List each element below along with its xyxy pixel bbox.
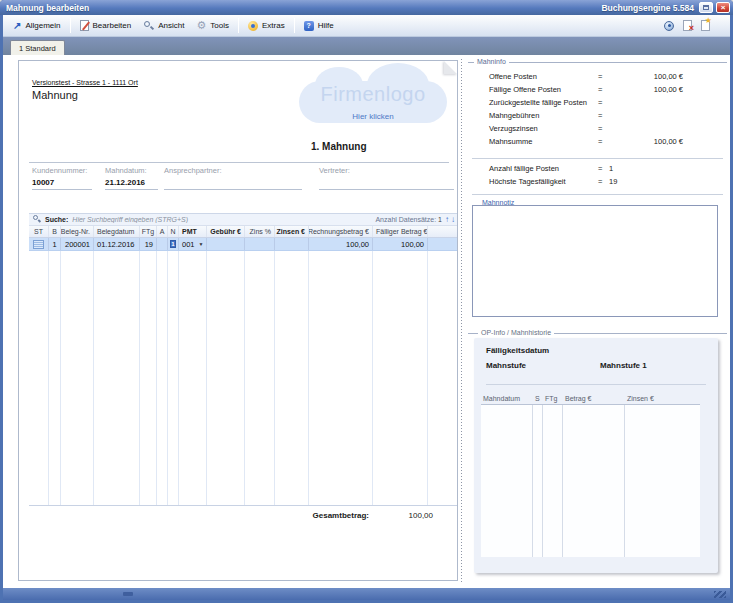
cell-zins-prozent xyxy=(245,238,275,250)
mahninfo-value: 100,00 € xyxy=(654,85,683,94)
toolbar-label-hilfe: Hilfe xyxy=(318,21,334,30)
restore-icon xyxy=(703,5,709,10)
mahninfo-separator xyxy=(472,158,723,159)
gear-icon: ⚙ xyxy=(196,20,206,31)
toolbar-button-ansicht[interactable]: Ansicht xyxy=(137,17,190,35)
cell-gebuehr[interactable] xyxy=(207,238,245,250)
column-header-st[interactable]: ST xyxy=(29,226,49,237)
toolbar-button-bearbeiten[interactable]: Bearbeiten xyxy=(74,17,138,35)
logo-click-hint[interactable]: Hier klicken xyxy=(291,112,455,121)
toolbar-label-allgemein: Allgemein xyxy=(25,21,60,30)
column-header-n[interactable]: N xyxy=(168,226,179,237)
field-value[interactable] xyxy=(164,178,302,188)
panel-splitter[interactable] xyxy=(461,59,463,583)
field-underline xyxy=(319,189,454,190)
column-header-zins-prozent[interactable]: Zins % xyxy=(245,226,275,237)
pmt-dropdown-icon[interactable]: ▼ xyxy=(199,241,204,247)
toolbar-button-tools[interactable]: ⚙ Tools xyxy=(190,17,235,35)
history-empty-body xyxy=(481,405,700,557)
toolbar-button-hilfe[interactable]: ? Hilfe xyxy=(298,17,340,35)
cell-zinsen[interactable] xyxy=(275,238,309,250)
toolbar-button-allgemein[interactable]: ↗ Allgemein xyxy=(7,17,67,35)
history-column-betrag[interactable]: Betrag € xyxy=(563,392,625,404)
history-column-s[interactable]: S xyxy=(533,392,543,404)
cell-beleg-nr: 200001 xyxy=(61,238,94,250)
column-header-ftg[interactable]: FTg xyxy=(140,226,157,237)
allgemein-arrow-icon: ↗ xyxy=(13,21,21,31)
column-header-pmt[interactable]: PMT xyxy=(179,226,207,237)
column-header-beleg-nr[interactable]: Beleg-Nr. xyxy=(61,226,94,237)
main-toolbar: ↗ Allgemein Bearbeiten Ansicht ⚙ Tools E… xyxy=(3,15,730,37)
search-label: Suche: xyxy=(45,216,68,223)
column-header-a[interactable]: A xyxy=(157,226,168,237)
star-icon: ★ xyxy=(705,17,712,25)
total-row: Gesamtbetrag: 100,00 xyxy=(29,511,457,523)
mahninfo-stat-anzahl: Anzahl fällige Posten = 1 xyxy=(468,162,727,175)
company-logo-placeholder[interactable]: Firmenlogo Hier klicken xyxy=(291,65,455,135)
close-window-button[interactable]: × xyxy=(716,2,730,13)
column-header-belegdatum[interactable]: Belegdatum xyxy=(94,226,140,237)
info-record-icon[interactable] xyxy=(664,21,674,31)
records-count-value: 1 xyxy=(438,216,442,223)
sender-address-line: Versionstest - Strasse 1 - 1111 Ort xyxy=(32,79,138,86)
restore-window-button[interactable] xyxy=(699,2,713,13)
bottom-status-bar xyxy=(3,588,730,600)
column-header-faelliger-betrag[interactable]: Fälliger Betrag € xyxy=(373,226,428,237)
edit-page-icon xyxy=(80,20,89,31)
history-table: Mahndatum S FTg Betrag € Zinsen € xyxy=(481,392,700,557)
app-version: Buchungsengine 5.584 xyxy=(601,3,694,13)
toolbar-separator xyxy=(238,18,239,33)
cell-pmt[interactable]: 001▼ xyxy=(179,238,207,250)
grid-data-row[interactable]: 1 200001 01.12.2016 19 1 001▼ 100,00 100… xyxy=(29,238,457,251)
mahninfo-row-mahngebuehren: Mahngebühren = xyxy=(468,109,727,122)
column-header-gebuehr[interactable]: Gebühr € xyxy=(207,226,245,237)
column-header-b[interactable]: B xyxy=(49,226,61,237)
field-label: Kundennummer: xyxy=(32,166,92,175)
column-header-rechnungsbetrag[interactable]: Rechnungsbetrag € xyxy=(309,226,373,237)
sort-down-icon[interactable]: ↓ xyxy=(451,216,455,224)
grid-header-row: ST B Beleg-Nr. Belegdatum FTg A N PMT Ge… xyxy=(29,226,457,238)
title-bar: Mahnung bearbeiten Buchungsengine 5.584 … xyxy=(0,0,733,15)
application-window: Mahnung bearbeiten Buchungsengine 5.584 … xyxy=(0,0,733,603)
delete-document-icon[interactable]: × xyxy=(683,20,692,31)
extras-ring-icon xyxy=(248,21,258,31)
toolbar-separator xyxy=(294,18,295,33)
mahnstufe-label: Mahnstufe xyxy=(486,361,526,370)
cell-rechnungsbetrag: 100,00 xyxy=(309,238,373,250)
toolbar-button-extras[interactable]: Extras xyxy=(242,17,291,35)
resize-grip-icon[interactable] xyxy=(714,591,726,598)
mahninfo-stat-value: 1 xyxy=(609,164,613,173)
mahninfo-separator xyxy=(472,194,723,195)
mahninfo-row-zurueckgestellte-posten: Zurückgestellte fällige Posten = xyxy=(468,96,727,109)
new-document-icon[interactable]: ★ xyxy=(701,20,710,31)
column-header-zinsen[interactable]: Zinsen € xyxy=(275,226,309,237)
bottom-grip-icon xyxy=(123,592,133,596)
records-count-label: Anzahl Datensätze: 1 xyxy=(375,216,442,223)
field-value[interactable]: 10007 xyxy=(32,178,92,188)
row-select-cell[interactable] xyxy=(29,238,49,250)
opinfo-separator xyxy=(486,384,706,385)
mahninfo-stat-tagesfaelligkeit: Höchste Tagesfälligkeit = 19 xyxy=(468,175,727,188)
mahnnotiz-textarea[interactable] xyxy=(473,206,717,316)
history-column-zinsen[interactable]: Zinsen € xyxy=(625,392,700,404)
field-value[interactable] xyxy=(319,178,454,188)
grid-empty-body[interactable] xyxy=(29,251,457,506)
cell-ftg: 19 xyxy=(140,238,157,250)
history-column-ftg[interactable]: FTg xyxy=(543,392,563,404)
mahninfo-rows: Offene Posten = 100,00 € Fällige Offene … xyxy=(468,70,727,148)
red-x-icon: × xyxy=(689,24,694,33)
cell-n[interactable]: 1 xyxy=(168,238,179,250)
tab-strip: 1 Standard xyxy=(3,37,730,55)
history-column-mahndatum[interactable]: Mahndatum xyxy=(481,392,533,404)
document-title: Mahnung xyxy=(32,89,78,101)
search-input[interactable] xyxy=(72,216,375,223)
mahninfo-row-offene-posten: Offene Posten = 100,00 € xyxy=(468,70,727,83)
positions-grid: Suche: Anzahl Datensätze: 1 ↑ ↓ ST B Bel… xyxy=(29,213,457,506)
header-divider xyxy=(29,162,449,163)
sort-up-icon[interactable]: ↑ xyxy=(445,216,449,224)
field-label: Mahndatum: xyxy=(105,166,158,175)
tab-standard[interactable]: 1 Standard xyxy=(10,40,65,55)
mahninfo-row-faellige-offene-posten: Fällige Offene Posten = 100,00 € xyxy=(468,83,727,96)
cell-belegdatum: 01.12.2016 xyxy=(94,238,140,250)
field-value[interactable]: 21.12.2016 xyxy=(105,178,158,188)
